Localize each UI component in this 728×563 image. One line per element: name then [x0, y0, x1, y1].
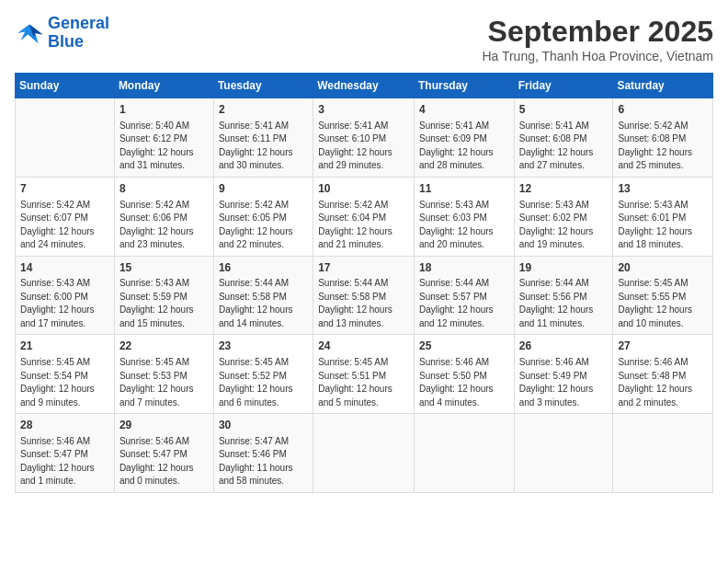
calendar-cell: 19Sunrise: 5:44 AM Sunset: 5:56 PM Dayli…	[514, 256, 613, 335]
calendar-week-5: 28Sunrise: 5:46 AM Sunset: 5:47 PM Dayli…	[16, 414, 713, 493]
day-number: 13	[618, 181, 708, 197]
day-info: Sunrise: 5:47 AM Sunset: 5:46 PM Dayligh…	[219, 435, 308, 488]
day-number: 28	[20, 418, 109, 433]
day-info: Sunrise: 5:44 AM Sunset: 5:58 PM Dayligh…	[219, 277, 308, 330]
day-number: 26	[519, 339, 609, 354]
column-header-tuesday: Tuesday	[213, 74, 313, 98]
calendar-cell: 16Sunrise: 5:44 AM Sunset: 5:58 PM Dayli…	[213, 256, 313, 335]
column-header-monday: Monday	[114, 74, 213, 98]
day-number: 3	[318, 102, 409, 118]
calendar-cell: 25Sunrise: 5:46 AM Sunset: 5:50 PM Dayli…	[414, 335, 514, 414]
day-number: 25	[419, 339, 509, 354]
day-number: 24	[318, 339, 409, 354]
day-number: 20	[618, 260, 708, 276]
day-number: 4	[419, 102, 509, 118]
day-number: 17	[318, 260, 409, 276]
calendar-cell: 18Sunrise: 5:44 AM Sunset: 5:57 PM Dayli…	[414, 256, 514, 335]
day-number: 22	[119, 339, 209, 354]
day-info: Sunrise: 5:40 AM Sunset: 6:12 PM Dayligh…	[119, 120, 209, 173]
day-number: 23	[219, 339, 308, 354]
calendar-cell	[613, 414, 713, 493]
day-number: 14	[20, 260, 109, 276]
day-number: 2	[219, 102, 308, 118]
day-info: Sunrise: 5:45 AM Sunset: 5:51 PM Dayligh…	[318, 356, 409, 409]
calendar-cell: 27Sunrise: 5:46 AM Sunset: 5:48 PM Dayli…	[613, 335, 713, 414]
day-info: Sunrise: 5:41 AM Sunset: 6:10 PM Dayligh…	[318, 120, 409, 173]
day-number: 21	[20, 339, 109, 354]
calendar-cell: 22Sunrise: 5:45 AM Sunset: 5:53 PM Dayli…	[114, 335, 213, 414]
column-header-wednesday: Wednesday	[313, 74, 415, 98]
calendar-cell: 24Sunrise: 5:45 AM Sunset: 5:51 PM Dayli…	[313, 335, 415, 414]
calendar-cell: 30Sunrise: 5:47 AM Sunset: 5:46 PM Dayli…	[213, 414, 313, 493]
logo: General Blue	[15, 15, 109, 52]
day-info: Sunrise: 5:46 AM Sunset: 5:50 PM Dayligh…	[419, 356, 509, 409]
day-info: Sunrise: 5:45 AM Sunset: 5:53 PM Dayligh…	[119, 356, 209, 409]
column-header-friday: Friday	[514, 74, 613, 98]
day-info: Sunrise: 5:41 AM Sunset: 6:11 PM Dayligh…	[219, 120, 308, 173]
logo-icon	[15, 18, 44, 48]
calendar-week-2: 7Sunrise: 5:42 AM Sunset: 6:07 PM Daylig…	[16, 177, 713, 256]
day-info: Sunrise: 5:46 AM Sunset: 5:47 PM Dayligh…	[20, 435, 109, 488]
calendar-cell: 9Sunrise: 5:42 AM Sunset: 6:05 PM Daylig…	[213, 177, 313, 256]
day-number: 6	[618, 102, 708, 118]
day-number: 30	[219, 418, 308, 433]
day-info: Sunrise: 5:43 AM Sunset: 5:59 PM Dayligh…	[119, 277, 209, 330]
calendar-cell: 6Sunrise: 5:42 AM Sunset: 6:08 PM Daylig…	[613, 98, 713, 178]
day-number: 1	[119, 102, 209, 118]
day-info: Sunrise: 5:45 AM Sunset: 5:52 PM Dayligh…	[219, 356, 308, 409]
calendar-cell: 21Sunrise: 5:45 AM Sunset: 5:54 PM Dayli…	[16, 335, 115, 414]
day-number: 9	[219, 181, 308, 197]
calendar-cell: 12Sunrise: 5:43 AM Sunset: 6:02 PM Dayli…	[514, 177, 613, 256]
column-header-saturday: Saturday	[613, 74, 713, 98]
day-number: 27	[618, 339, 708, 354]
day-info: Sunrise: 5:46 AM Sunset: 5:47 PM Dayligh…	[119, 435, 209, 488]
day-info: Sunrise: 5:43 AM Sunset: 6:00 PM Dayligh…	[20, 277, 109, 330]
calendar-cell: 26Sunrise: 5:46 AM Sunset: 5:49 PM Dayli…	[514, 335, 613, 414]
calendar-cell: 7Sunrise: 5:42 AM Sunset: 6:07 PM Daylig…	[16, 177, 115, 256]
day-info: Sunrise: 5:45 AM Sunset: 5:55 PM Dayligh…	[618, 277, 708, 330]
calendar-cell: 13Sunrise: 5:43 AM Sunset: 6:01 PM Dayli…	[613, 177, 713, 256]
day-number: 16	[219, 260, 308, 276]
day-number: 5	[519, 102, 609, 118]
day-number: 11	[419, 181, 509, 197]
calendar-cell: 1Sunrise: 5:40 AM Sunset: 6:12 PM Daylig…	[114, 98, 213, 178]
day-info: Sunrise: 5:43 AM Sunset: 6:01 PM Dayligh…	[618, 199, 708, 252]
calendar-week-1: 1Sunrise: 5:40 AM Sunset: 6:12 PM Daylig…	[16, 98, 713, 178]
column-headers: SundayMondayTuesdayWednesdayThursdayFrid…	[16, 74, 713, 98]
calendar-cell: 10Sunrise: 5:42 AM Sunset: 6:04 PM Dayli…	[313, 177, 415, 256]
logo-text: General Blue	[48, 15, 109, 52]
calendar-week-4: 21Sunrise: 5:45 AM Sunset: 5:54 PM Dayli…	[16, 335, 713, 414]
day-info: Sunrise: 5:46 AM Sunset: 5:49 PM Dayligh…	[519, 356, 609, 409]
day-number: 12	[519, 181, 609, 197]
calendar-cell	[414, 414, 514, 493]
calendar-cell: 14Sunrise: 5:43 AM Sunset: 6:00 PM Dayli…	[16, 256, 115, 335]
day-info: Sunrise: 5:42 AM Sunset: 6:08 PM Dayligh…	[618, 120, 708, 173]
day-info: Sunrise: 5:43 AM Sunset: 6:02 PM Dayligh…	[519, 199, 609, 252]
day-info: Sunrise: 5:45 AM Sunset: 5:54 PM Dayligh…	[20, 356, 109, 409]
day-info: Sunrise: 5:44 AM Sunset: 5:56 PM Dayligh…	[519, 277, 609, 330]
day-number: 15	[119, 260, 209, 276]
day-number: 29	[119, 418, 209, 433]
calendar-cell: 4Sunrise: 5:41 AM Sunset: 6:09 PM Daylig…	[414, 98, 514, 178]
calendar-cell: 29Sunrise: 5:46 AM Sunset: 5:47 PM Dayli…	[114, 414, 213, 493]
column-header-thursday: Thursday	[414, 74, 514, 98]
calendar-cell	[16, 98, 115, 178]
day-info: Sunrise: 5:43 AM Sunset: 6:03 PM Dayligh…	[419, 199, 509, 252]
day-info: Sunrise: 5:42 AM Sunset: 6:04 PM Dayligh…	[318, 199, 409, 252]
calendar-cell: 20Sunrise: 5:45 AM Sunset: 5:55 PM Dayli…	[613, 256, 713, 335]
month-title: September 2025	[482, 15, 713, 49]
calendar-week-3: 14Sunrise: 5:43 AM Sunset: 6:00 PM Dayli…	[16, 256, 713, 335]
title-block: September 2025 Ha Trung, Thanh Hoa Provi…	[482, 15, 713, 63]
day-number: 19	[519, 260, 609, 276]
calendar-cell: 2Sunrise: 5:41 AM Sunset: 6:11 PM Daylig…	[213, 98, 313, 178]
column-header-sunday: Sunday	[16, 74, 115, 98]
day-info: Sunrise: 5:44 AM Sunset: 5:58 PM Dayligh…	[318, 277, 409, 330]
day-number: 7	[20, 181, 109, 197]
calendar-cell: 15Sunrise: 5:43 AM Sunset: 5:59 PM Dayli…	[114, 256, 213, 335]
day-info: Sunrise: 5:42 AM Sunset: 6:07 PM Dayligh…	[20, 199, 109, 252]
calendar-cell: 28Sunrise: 5:46 AM Sunset: 5:47 PM Dayli…	[16, 414, 115, 493]
calendar-cell	[313, 414, 415, 493]
day-number: 8	[119, 181, 209, 197]
location: Ha Trung, Thanh Hoa Province, Vietnam	[482, 49, 713, 63]
calendar-cell: 11Sunrise: 5:43 AM Sunset: 6:03 PM Dayli…	[414, 177, 514, 256]
